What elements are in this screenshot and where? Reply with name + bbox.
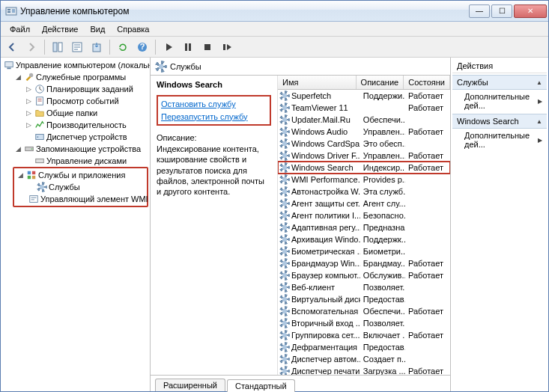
service-row[interactable]: Брандмауэр Win...Брандмау...Работает bbox=[278, 257, 450, 269]
expand-icon[interactable]: ▷ bbox=[25, 121, 33, 129]
tree-wmi[interactable]: Управляющий элемент WMI bbox=[25, 193, 146, 205]
clock-icon bbox=[34, 84, 45, 94]
pause-service-button[interactable] bbox=[180, 39, 196, 55]
service-row[interactable]: Вспомогательная ...Обеспечи...Работает bbox=[278, 305, 450, 317]
service-row[interactable]: Агент политики I...Безопасно... bbox=[278, 209, 450, 221]
collapse-icon[interactable]: ◢ bbox=[16, 171, 25, 180]
service-status bbox=[405, 215, 450, 216]
service-row[interactable]: Биометрическая ...Биометри... bbox=[278, 245, 450, 257]
service-desc: Управлен... bbox=[360, 126, 405, 137]
tree-shared[interactable]: ▷Общие папки bbox=[23, 107, 148, 119]
service-row[interactable]: Windows AudioУправлен...Работает bbox=[278, 126, 450, 138]
menu-help[interactable]: Справка bbox=[111, 23, 155, 35]
collapse-icon[interactable]: ▲ bbox=[536, 79, 542, 86]
service-row[interactable]: Браузер компьют...Обслужив...Работает bbox=[278, 269, 450, 281]
export-button[interactable] bbox=[88, 39, 105, 55]
stop-service-button[interactable] bbox=[199, 39, 216, 55]
service-name: Виртуальный диск bbox=[291, 295, 360, 304]
help-button[interactable]: ? bbox=[134, 39, 151, 55]
tree-diskmgr[interactable]: Управление дисками bbox=[23, 155, 148, 167]
tree-storage[interactable]: ◢Запоминающие устройства bbox=[13, 143, 148, 155]
tree-scheduler[interactable]: ▷Планировщик заданий bbox=[23, 83, 148, 95]
tree-svcapps[interactable]: ◢Службы и приложения bbox=[15, 169, 146, 181]
service-status: Работает bbox=[405, 150, 450, 161]
service-row[interactable]: Windows SearchИндексир...Работает bbox=[278, 162, 450, 174]
service-name: Windows Driver F... bbox=[291, 151, 360, 160]
minimize-button[interactable]: — bbox=[469, 4, 490, 18]
service-row[interactable]: Автонастройка W...Эта служб... bbox=[278, 186, 450, 197]
service-row[interactable]: Адаптивная регу...Предназна... bbox=[278, 221, 450, 233]
service-desc: Предназна... bbox=[360, 222, 405, 233]
col-status[interactable]: Состояни bbox=[404, 76, 450, 89]
titlebar[interactable]: Управление компьютером — ☐ ✕ bbox=[1, 1, 548, 22]
svg-rect-14 bbox=[5, 62, 13, 67]
restart-service-link[interactable]: Перезапустить службу bbox=[161, 111, 267, 123]
tree-pane[interactable]: Управление компьютером (локальным) ◢ Слу… bbox=[1, 58, 151, 391]
refresh-button[interactable] bbox=[115, 39, 131, 55]
svg-rect-23 bbox=[36, 159, 44, 162]
col-name[interactable]: Имя bbox=[278, 76, 357, 89]
service-row[interactable]: TeamViewer 11Работает bbox=[278, 102, 450, 114]
service-row[interactable]: Вторичный вход ...Позволяет... bbox=[278, 317, 450, 329]
tree-services[interactable]: Службы bbox=[25, 181, 146, 193]
col-desc[interactable]: Описание bbox=[357, 76, 404, 89]
back-button[interactable] bbox=[4, 39, 20, 55]
service-row[interactable]: Виртуальный дискПредостав... bbox=[278, 293, 450, 305]
computer-icon bbox=[4, 60, 14, 70]
restart-service-button[interactable] bbox=[219, 39, 235, 55]
service-desc: Загрузка ... bbox=[360, 366, 405, 375]
service-name: TeamViewer 11 bbox=[291, 103, 348, 112]
properties-button[interactable] bbox=[69, 39, 85, 55]
service-row[interactable]: Архивация Windo...Поддержк... bbox=[278, 233, 450, 245]
svg-rect-11 bbox=[189, 43, 191, 51]
start-service-button[interactable] bbox=[160, 39, 177, 55]
close-button[interactable]: ✕ bbox=[514, 4, 547, 18]
actions-more-1[interactable]: Дополнительные дей...▶ bbox=[452, 90, 547, 112]
expand-icon[interactable]: ▷ bbox=[25, 85, 33, 94]
expand-icon[interactable]: ▷ bbox=[25, 97, 33, 105]
service-desc: Обслужив... bbox=[360, 270, 405, 281]
service-desc: Агент слу... bbox=[360, 198, 405, 209]
collapse-icon[interactable]: ◢ bbox=[14, 73, 22, 82]
actions-section-selected[interactable]: Windows Search▲ bbox=[452, 114, 547, 129]
service-row[interactable]: Веб-клиентПозволяет... bbox=[278, 281, 450, 293]
service-desc: Предостав... bbox=[360, 342, 405, 352]
expand-icon[interactable]: ▷ bbox=[25, 109, 33, 117]
service-row[interactable]: SuperfetchПоддержи...Работает bbox=[278, 90, 450, 102]
collapse-icon[interactable]: ▲ bbox=[536, 118, 542, 125]
service-row[interactable]: Диспетчер автом...Создает п... bbox=[278, 353, 450, 365]
show-hide-tree-button[interactable] bbox=[49, 39, 66, 55]
service-row[interactable]: Windows Driver F...Управлен...Работает bbox=[278, 150, 450, 162]
service-row[interactable]: Windows CardSpa...Это обесп... bbox=[278, 138, 450, 150]
services-list[interactable]: Имя Описание Состояни SuperfetchПоддержи… bbox=[278, 76, 450, 375]
service-status bbox=[405, 143, 450, 144]
service-row[interactable]: WMI Performance...Provides p... bbox=[278, 174, 450, 186]
list-header[interactable]: Имя Описание Состояни bbox=[278, 76, 450, 90]
service-row[interactable]: Updater.Mail.RuОбеспечи... bbox=[278, 114, 450, 126]
gear-icon bbox=[279, 198, 290, 209]
actions-section-services[interactable]: Службы▲ bbox=[452, 75, 547, 90]
center-title: Службы bbox=[170, 62, 201, 71]
menu-view[interactable]: Вид bbox=[84, 23, 111, 35]
tab-extended[interactable]: Расширенный bbox=[155, 379, 225, 391]
service-desc: Эта служб... bbox=[360, 186, 405, 197]
menu-file[interactable]: Файл bbox=[4, 23, 36, 35]
gear-icon bbox=[279, 366, 290, 375]
tab-standard[interactable]: Стандартный bbox=[227, 379, 295, 392]
tree-root[interactable]: Управление компьютером (локальным) bbox=[2, 59, 148, 71]
tree-devmgr[interactable]: Диспетчер устройств bbox=[23, 131, 148, 143]
menu-action[interactable]: Действие bbox=[36, 23, 84, 35]
service-row[interactable]: Группировка сет...Включает ...Работает bbox=[278, 329, 450, 341]
tree-events[interactable]: ▷Просмотр событий bbox=[23, 95, 148, 107]
tree-perf[interactable]: ▷Производительность bbox=[23, 119, 148, 131]
forward-button[interactable] bbox=[23, 39, 40, 55]
maximize-button[interactable]: ☐ bbox=[491, 4, 512, 18]
service-desc: Позволяет... bbox=[360, 318, 405, 328]
service-row[interactable]: Дефрагментация ...Предостав... bbox=[278, 341, 450, 353]
stop-service-link[interactable]: Остановить службу bbox=[161, 98, 267, 111]
service-row[interactable]: Агент защиты сет...Агент слу... bbox=[278, 197, 450, 209]
service-row[interactable]: Диспетчер печатиЗагрузка ...Работает bbox=[278, 365, 450, 375]
actions-more-2[interactable]: Дополнительные дей...▶ bbox=[452, 129, 547, 151]
tree-utilities[interactable]: ◢ Служебные программы bbox=[13, 71, 148, 83]
collapse-icon[interactable]: ◢ bbox=[14, 145, 22, 153]
